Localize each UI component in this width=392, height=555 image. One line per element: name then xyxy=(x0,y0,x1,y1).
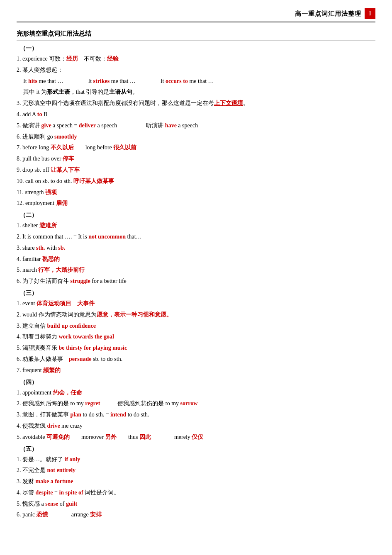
section-3-header: （三） xyxy=(20,290,375,297)
item-1-9: 9. drop sb. off 让某人下车 xyxy=(17,165,375,175)
item-1-7: 7. before long 不久以后 long before 很久以前 xyxy=(17,143,375,153)
item-3-7: 7. frequent 频繁的 xyxy=(17,365,375,375)
item-4-2: 2. 使我感到后悔的是 to my regret 使我感到悲伤的是 to my … xyxy=(17,399,375,409)
item-5-1: 1. 要是…。就好了 if only xyxy=(17,455,375,465)
item-3-4: 4. 朝着目标努力 work towards the goal xyxy=(17,332,375,342)
item-3-3: 3. 建立自信 build up confidence xyxy=(17,321,375,331)
item-1-12: 12. employment 雇佣 xyxy=(17,198,375,208)
item-1-2b: 其中 it 为形式主语，that 引导的是主语从句。 xyxy=(23,87,375,97)
section-1-header: （一） xyxy=(20,45,375,52)
item-4-1: 1. appointment 约会，任命 xyxy=(17,388,375,398)
section-5: （五） 1. 要是…。就好了 if only 2. 不完全是 not entir… xyxy=(17,445,375,520)
item-5-3: 3. 发财 make a fortune xyxy=(17,477,375,487)
page-number: 1 xyxy=(365,8,375,19)
page: 高一重点词汇用法整理 1 完形填空重点词汇用法总结 （一） 1. experie… xyxy=(0,0,392,555)
section-1: （一） 1. experience 可数：经历 不可数：经验 2. 某人突然想起… xyxy=(17,45,375,208)
header-title: 高一重点词汇用法整理 xyxy=(295,10,361,18)
item-1-8: 8. pull the bus over 停车 xyxy=(17,154,375,164)
section-2: （二） 1. shelter 避难所 2. It is common that … xyxy=(17,212,375,286)
item-4-5: 5. avoidable 可避免的 moreover 另外 thus 因此 me… xyxy=(17,432,375,442)
item-1-11: 11. strength 强项 xyxy=(17,187,375,197)
item-2-2: 2. It is common that …. = It is not unco… xyxy=(17,232,375,242)
item-1-1: 1. experience 可数：经历 不可数：经验 xyxy=(17,54,375,64)
item-4-4: 4. 使我发疯 drive me crazy xyxy=(17,421,375,431)
item-1-2: 2. 某人突然想起： xyxy=(17,65,375,75)
section-2-header: （二） xyxy=(20,212,375,219)
item-1-4: 4. add A to B xyxy=(17,110,375,119)
doc-title: 完形填空重点词汇用法总结 xyxy=(17,30,375,41)
item-1-10: 10. call on sb. to do sth. 呼吁某人做某事 xyxy=(17,176,375,186)
item-5-2: 2. 不完全是 not entirely xyxy=(17,465,375,475)
item-1-3: 3. 完形填空中四个选项在语法和搭配角度都没有问题时，那么这道题一定在考上下文语… xyxy=(17,98,375,108)
item-2-5: 5. march 行军，大踏步前行 xyxy=(17,265,375,275)
section-3: （三） 1. event 体育运动项目 大事件 2. would 作为情态动词的… xyxy=(17,290,375,375)
item-5-6: 6. panic 恐慌 arrange 安排 xyxy=(17,510,375,520)
item-4-3: 3. 意图，打算做某事 plan to do sth. = intend to … xyxy=(17,410,375,420)
item-2-4: 4. familiar 熟悉的 xyxy=(17,254,375,264)
item-1-6: 6. 进展顺利 go smoothly xyxy=(17,132,375,142)
item-5-5: 5. 愧疚感 a sense of guilt xyxy=(17,499,375,509)
item-1-2a: It hits me that … It strikes me that … I… xyxy=(23,76,375,86)
item-2-6: 6. 为了好生活而奋斗 struggle for a better life xyxy=(17,276,375,286)
section-5-header: （五） xyxy=(20,445,375,453)
section-4: （四） 1. appointment 约会，任命 2. 使我感到后悔的是 to … xyxy=(17,379,375,442)
item-3-6: 6. 劝服某人做某事 persuade sb. to do sth. xyxy=(17,354,375,364)
item-5-4: 4. 尽管 despite = in spite of 词性是介词。 xyxy=(17,488,375,498)
item-3-1: 1. event 体育运动项目 大事件 xyxy=(17,299,375,309)
item-1-5: 5. 做演讲 give a speech = deliver a speech … xyxy=(17,121,375,131)
item-3-5: 5. 渴望演奏音乐 be thirsty for playing music xyxy=(17,343,375,353)
item-3-2: 2. would 作为情态动词的意思为愿意，表示一种习惯和意愿。 xyxy=(17,310,375,320)
item-2-3: 3. share sth. with sb. xyxy=(17,243,375,253)
item-2-1: 1. shelter 避难所 xyxy=(17,221,375,231)
section-4-header: （四） xyxy=(20,379,375,386)
header: 高一重点词汇用法整理 1 xyxy=(17,8,375,22)
